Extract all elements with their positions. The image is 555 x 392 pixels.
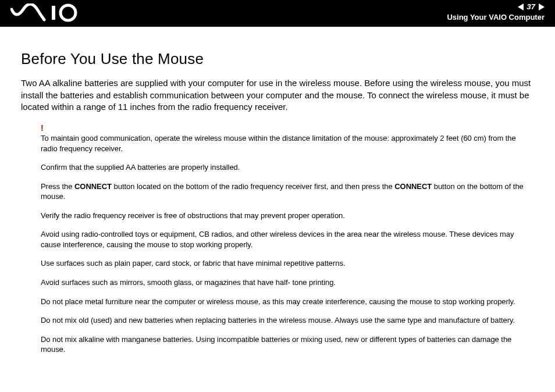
- section-title: Using Your VAIO Computer: [447, 13, 545, 22]
- prev-page-icon[interactable]: [518, 3, 524, 10]
- svg-point-1: [61, 5, 76, 20]
- notes-block: ! To maintain good communication, operat…: [41, 124, 531, 355]
- page-navigation: 37: [518, 2, 545, 11]
- note-item: Avoid surfaces such as mirrors, smooth g…: [41, 277, 531, 288]
- warning-icon: !: [41, 124, 531, 132]
- page-number: 37: [527, 2, 535, 11]
- vaio-logo: [10, 3, 80, 22]
- note-item: Press the CONNECT button located on the …: [41, 181, 531, 202]
- note-item: Verify the radio frequency receiver is f…: [41, 211, 531, 221]
- page-header: 37 Using Your VAIO Computer: [0, 0, 555, 27]
- note-item: To maintain good communication, operate …: [41, 133, 531, 154]
- next-page-icon[interactable]: [539, 3, 545, 10]
- note-item: Do not place metal furniture near the co…: [41, 297, 531, 307]
- note-item: Avoid using radio-controlled toys or equ…: [41, 229, 531, 250]
- note-item: Use surfaces such as plain paper, card s…: [41, 258, 531, 269]
- note-item: Do not mix alkaline with manganese batte…: [41, 334, 531, 355]
- page-heading: Before You Use the Mouse: [21, 50, 534, 68]
- note-item: Confirm that the supplied AA batteries a…: [41, 162, 531, 173]
- intro-paragraph: Two AA alkaline batteries are supplied w…: [21, 77, 534, 113]
- page-content: Before You Use the Mouse Two AA alkaline…: [0, 27, 555, 355]
- svg-rect-0: [52, 6, 55, 20]
- note-item: Do not mix old (used) and new batteries …: [41, 315, 531, 326]
